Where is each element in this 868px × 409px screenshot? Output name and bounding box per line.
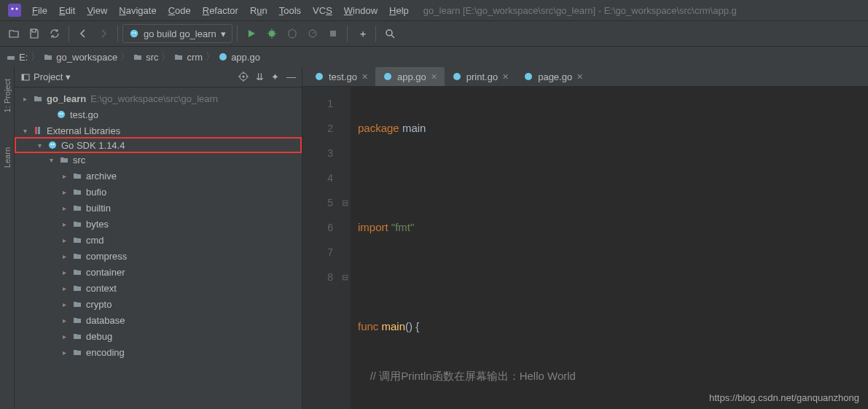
save-button[interactable] [25,24,44,43]
stop-button[interactable] [324,24,343,43]
tree-item-folder[interactable]: ▸archive [15,168,302,184]
code-content[interactable]: package main import "fmt" func main() { … [351,87,868,409]
fold-gutter: ⊟ ⊟ [339,87,351,409]
svg-rect-13 [22,74,24,80]
search-button[interactable] [380,24,399,43]
toolbar-separator [69,26,69,42]
tree-item-folder[interactable]: ▸context [15,280,302,296]
toolbar-separator [347,26,348,42]
side-tool-tabs: 1: Project Learn [0,67,15,409]
back-button[interactable] [74,24,93,43]
breadcrumb: E: 〉 go_workspace 〉 src 〉 crm 〉 app.go [0,47,868,67]
hide-icon[interactable]: — [286,71,296,82]
breadcrumb-folder[interactable]: src [133,52,158,63]
tree-item-folder[interactable]: ▸container [15,264,302,280]
open-button[interactable] [4,24,23,43]
watermark: https://blog.csdn.net/ganquanzhong [709,392,859,403]
chevron-right-icon: 〉 [206,50,215,63]
menu-code[interactable]: Code [163,2,197,19]
app-icon [7,3,22,17]
project-view-selector[interactable]: Project ▾ [20,71,71,82]
run-button[interactable] [242,24,261,43]
svg-point-17 [60,113,61,114]
chevron-right-icon: 〉 [31,50,40,63]
svg-point-21 [49,141,56,149]
code-editor[interactable]: 1 2 3 4 5 6 7 8 ⊟ ⊟ package main import … [302,87,868,409]
close-icon[interactable]: ✕ [431,72,437,82]
tree-item-folder[interactable]: ▸encoding [15,344,302,360]
menu-refactor[interactable]: Refactor [197,2,244,19]
svg-point-1 [12,8,14,10]
toolbar-separator [375,26,376,42]
locate-icon[interactable] [238,71,249,82]
svg-point-24 [316,73,323,80]
svg-point-11 [219,53,227,61]
chevron-down-icon: ▾ [66,71,71,82]
debug-button[interactable] [262,24,281,43]
menu-bar: FFileile Edit View Navigate Code Refacto… [0,0,868,20]
close-icon[interactable]: ✕ [576,72,583,82]
tree-item-folder[interactable]: ▸crypto [15,296,302,312]
svg-point-27 [525,73,532,80]
tab-test-go[interactable]: test.go✕ [307,67,375,86]
menu-vcs[interactable]: VCS [307,2,338,19]
settings-button[interactable] [352,24,371,43]
breadcrumb-folder[interactable]: crm [173,52,203,63]
toolbar-separator [117,26,118,42]
svg-point-16 [58,111,65,118]
svg-point-23 [53,144,55,145]
breadcrumb-drive[interactable]: E: [6,52,28,63]
tab-app-go[interactable]: app.go✕ [375,67,445,86]
svg-point-15 [243,76,245,78]
svg-point-4 [132,32,133,34]
chevron-right-icon: 〉 [161,50,171,63]
project-panel: Project ▾ ⇊ ✦ — ▸go_learnE:\go_workspace… [15,67,302,409]
menu-file[interactable]: FFileile [26,2,53,19]
tree-item-external-libraries[interactable]: ▾External Libraries [15,122,302,139]
tree-item-folder[interactable]: ▸bufio [15,184,302,200]
tree-item-test-go[interactable]: test.go [15,106,302,122]
coverage-button[interactable] [283,24,302,43]
gear-icon[interactable]: ✦ [271,71,279,82]
menu-edit[interactable]: Edit [53,2,81,19]
profile-button[interactable] [303,24,322,43]
breadcrumb-file[interactable]: app.go [218,52,260,63]
tree-item-go-sdk[interactable]: ▾Go SDK 1.14.4 [15,137,302,153]
svg-rect-20 [38,127,40,134]
menu-navigate[interactable]: Navigate [113,2,162,19]
editor-tabs: test.go✕ app.go✕ print.go✕ page.go✕ [302,67,868,87]
run-config-selector[interactable]: go build go_learn ▾ [122,24,232,43]
sync-button[interactable] [45,24,64,43]
tree-item-folder[interactable]: ▸builtin [15,200,302,216]
tree-item-go-learn[interactable]: ▸go_learnE:\go_workspace\src\go_learn [15,90,302,106]
side-tab-project[interactable]: 1: Project [3,79,12,112]
close-icon[interactable]: ✕ [502,72,509,82]
collapse-icon[interactable]: ⇊ [256,71,264,82]
menu-run[interactable]: Run [244,2,273,19]
tree-item-folder[interactable]: ▸cmd [15,232,302,248]
tree-item-folder[interactable]: ▸debug [15,328,302,344]
svg-point-2 [16,8,18,10]
forward-button[interactable] [94,24,113,43]
chevron-right-icon: 〉 [120,50,130,63]
menu-window[interactable]: Window [338,2,383,19]
tab-print-go[interactable]: print.go✕ [445,67,516,86]
svg-point-26 [453,73,461,80]
svg-point-18 [62,113,63,114]
breadcrumb-folder[interactable]: go_workspace [43,52,117,63]
fold-end-icon[interactable]: ⊟ [339,265,351,289]
editor-area: test.go✕ app.go✕ print.go✕ page.go✕ 1 2 … [302,67,868,409]
tree-item-src[interactable]: ▾src [15,152,302,168]
project-tree[interactable]: ▸go_learnE:\go_workspace\src\go_learn te… [15,87,302,409]
fold-start-icon[interactable]: ⊟ [339,190,351,215]
tree-item-folder[interactable]: ▸compress [15,248,302,264]
line-gutter: 1 2 3 4 5 6 7 8 [302,87,339,409]
close-icon[interactable]: ✕ [361,72,368,82]
tree-item-folder[interactable]: ▸database [15,312,302,328]
menu-tools[interactable]: Tools [273,2,307,19]
tab-page-go[interactable]: page.go✕ [516,67,590,86]
menu-help[interactable]: Help [383,2,415,19]
tree-item-folder[interactable]: ▸bytes [15,216,302,232]
side-tab-learn[interactable]: Learn [3,147,12,168]
menu-view[interactable]: View [81,2,113,19]
